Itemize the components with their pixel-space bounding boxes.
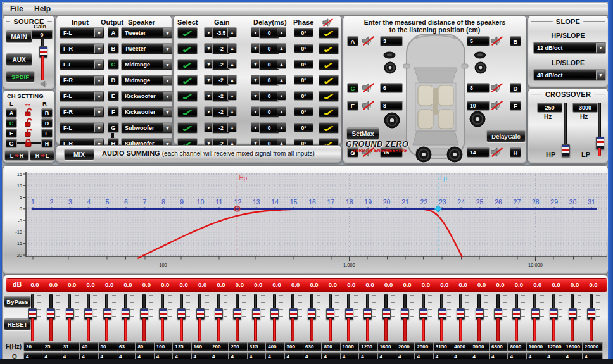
- frequency-value[interactable]: 20: [23, 342, 44, 351]
- mute-toggle[interactable]: ✓: [319, 59, 339, 70]
- eq-band-point[interactable]: [329, 208, 332, 211]
- eq-band-point[interactable]: [143, 208, 146, 211]
- gain-increase-button[interactable]: ▲: [227, 106, 237, 116]
- eq-band-slider[interactable]: [363, 294, 371, 341]
- frequency-value[interactable]: 125: [172, 342, 193, 351]
- speaker-type-select[interactable]: Midrange▼: [121, 75, 173, 86]
- select-toggle[interactable]: ✓: [177, 75, 198, 86]
- lock-open-icon[interactable]: [24, 108, 32, 117]
- eq-band-point[interactable]: [367, 208, 370, 211]
- eq-band-slider[interactable]: [512, 294, 520, 341]
- eq-band-point[interactable]: [553, 208, 556, 211]
- eq-band-point[interactable]: [292, 208, 295, 211]
- eq-band-slider[interactable]: [345, 294, 353, 341]
- eq-band-slider[interactable]: [159, 294, 167, 341]
- select-toggle[interactable]: ✓: [177, 59, 198, 70]
- eq-band-slider[interactable]: [252, 294, 260, 341]
- distance-value-D[interactable]: 8: [467, 83, 490, 93]
- mute-toggle[interactable]: ✓: [319, 43, 339, 54]
- mute-toggle[interactable]: ✓: [319, 122, 339, 134]
- eq-band-point[interactable]: [218, 208, 221, 211]
- eq-band-slider[interactable]: [476, 294, 483, 341]
- eq-band-point[interactable]: [274, 208, 277, 211]
- lock-open-icon[interactable]: [24, 118, 32, 127]
- frequency-value[interactable]: 1600: [377, 342, 398, 351]
- eq-band-point[interactable]: [460, 208, 463, 211]
- source-main-button[interactable]: MAIN: [6, 30, 32, 43]
- frequency-value[interactable]: 800: [321, 342, 342, 351]
- copy-right-to-left-button[interactable]: R⇒L: [30, 150, 54, 161]
- eq-band-point[interactable]: [534, 208, 538, 211]
- eq-band-slider[interactable]: [47, 294, 54, 341]
- speaker-mute-icon[interactable]: [490, 101, 505, 110]
- eq-band-point[interactable]: [69, 208, 72, 211]
- distance-value-F[interactable]: 10: [467, 101, 490, 111]
- speaker-type-select[interactable]: Subwoofer▼: [121, 122, 173, 134]
- eq-band-slider[interactable]: [326, 294, 334, 341]
- eq-band-slider[interactable]: [215, 294, 222, 341]
- delaycalc-button[interactable]: DelayCalc: [486, 130, 526, 142]
- frequency-value[interactable]: 4000: [452, 342, 472, 351]
- eq-band-point[interactable]: [125, 208, 128, 211]
- frequency-value[interactable]: 2500: [414, 342, 435, 351]
- eq-band-slider[interactable]: [28, 294, 36, 341]
- delay-spinner[interactable]: ▼ 0 ▲: [251, 106, 286, 116]
- eq-band-slider[interactable]: [419, 294, 427, 341]
- eq-band-slider[interactable]: [177, 294, 185, 341]
- eq-band-slider[interactable]: [587, 294, 595, 341]
- speaker-mute-icon[interactable]: [490, 83, 505, 92]
- distance-value-H[interactable]: 14: [467, 147, 490, 158]
- eq-band-point[interactable]: [571, 208, 574, 211]
- channel-letter-B[interactable]: B: [41, 108, 53, 118]
- eq-band-slider[interactable]: [401, 294, 408, 341]
- eq-band-slider[interactable]: [550, 294, 557, 341]
- channel-letter-D[interactable]: D: [41, 118, 53, 128]
- eq-band-point[interactable]: [590, 208, 593, 211]
- input-select[interactable]: F-L▼: [60, 91, 104, 102]
- speaker-type-select[interactable]: Tweeter▼: [121, 27, 173, 39]
- eq-band-slider[interactable]: [569, 294, 576, 341]
- gain-increase-button[interactable]: ▲: [227, 59, 237, 69]
- speaker-type-select[interactable]: Midrange▼: [121, 59, 173, 70]
- mute-toggle[interactable]: ✓: [319, 75, 339, 86]
- frequency-value[interactable]: 630: [303, 342, 324, 351]
- channel-letter-C[interactable]: C: [6, 118, 17, 128]
- delay-spinner[interactable]: ▼ 0 ▲: [251, 122, 286, 132]
- eq-band-point[interactable]: [50, 208, 53, 211]
- delay-spinner[interactable]: ▼ 0 ▲: [251, 43, 286, 53]
- delay-increase-button[interactable]: ▲: [277, 75, 286, 85]
- speaker-mute-icon[interactable]: [361, 101, 376, 110]
- input-select[interactable]: F-R▼: [60, 43, 104, 54]
- eq-band-slider[interactable]: [122, 294, 129, 341]
- lock-open-icon[interactable]: [24, 129, 32, 137]
- eq-band-point[interactable]: [180, 208, 184, 211]
- gain-increase-button[interactable]: ▲: [227, 91, 237, 101]
- frequency-value[interactable]: 200: [210, 342, 231, 351]
- input-select[interactable]: F-L▼: [60, 27, 104, 39]
- hp-frequency-value[interactable]: 250: [537, 103, 562, 113]
- frequency-value[interactable]: 100: [154, 342, 175, 351]
- select-toggle[interactable]: ✓: [177, 122, 198, 134]
- source-gain-value[interactable]: 0: [31, 30, 53, 39]
- input-select[interactable]: F-L▼: [60, 59, 104, 70]
- mute-toggle[interactable]: ✓: [319, 27, 339, 39]
- hp-slope-dropdown[interactable]: 12 dB/oct▼: [533, 42, 606, 54]
- source-spdif-button[interactable]: SPDIF: [6, 71, 35, 82]
- delay-spinner[interactable]: ▼ 0 ▲: [251, 91, 286, 101]
- frequency-value[interactable]: 160: [191, 342, 212, 351]
- phase-value[interactable]: 0°: [294, 75, 313, 85]
- frequency-value[interactable]: 8000: [507, 342, 528, 351]
- eq-band-slider[interactable]: [382, 294, 390, 341]
- speaker-mute-icon[interactable]: [361, 83, 376, 92]
- eq-band-point[interactable]: [106, 208, 109, 211]
- eq-band-point[interactable]: [348, 208, 351, 211]
- select-toggle[interactable]: ✓: [177, 106, 198, 118]
- distance-value-C[interactable]: 6: [380, 83, 403, 93]
- eq-band-point[interactable]: [87, 208, 91, 211]
- select-toggle[interactable]: ✓: [177, 91, 198, 102]
- frequency-value[interactable]: 10000: [526, 342, 547, 351]
- eq-band-slider[interactable]: [84, 294, 92, 341]
- eq-band-slider[interactable]: [103, 294, 111, 341]
- phase-value[interactable]: 0°: [294, 28, 313, 37]
- lock-closed-icon[interactable]: [24, 139, 32, 147]
